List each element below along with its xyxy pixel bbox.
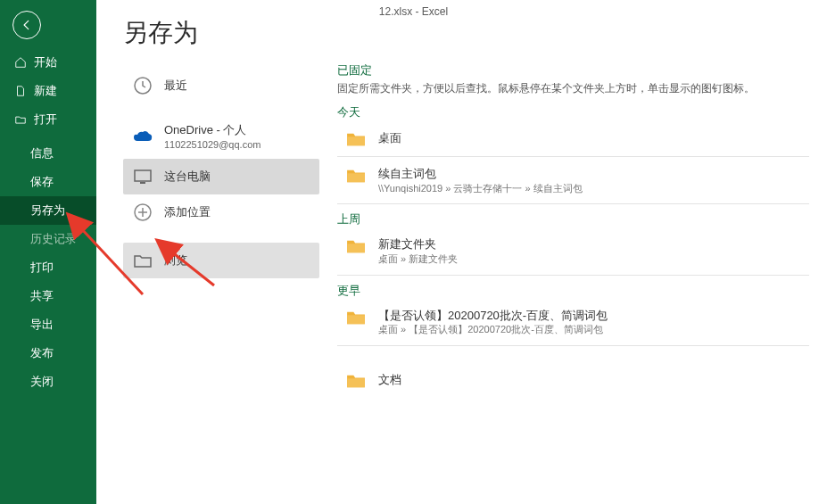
sidebar-item-label: 共享 [30,288,54,304]
new-file-icon [14,85,27,97]
svg-rect-7 [347,173,365,182]
sidebar-item-info[interactable]: 信息 [0,139,96,168]
location-onedrive[interactable]: OneDrive - 个人 1102251029@qq.com [123,116,319,159]
sidebar-item-new[interactable]: 新建 [0,77,96,105]
folder-name: 新建文件夹 [378,236,458,252]
folder-icon [346,131,366,147]
sidebar-item-open[interactable]: 打开 [0,105,96,134]
folder-icon [346,310,366,326]
sidebar-item-print[interactable]: 打印 [0,253,96,282]
folder-name: 【是否认领】20200720批次-百度、简调词包 [378,308,608,324]
location-label: 添加位置 [164,204,211,220]
sidebar-item-label: 导出 [30,317,54,333]
sidebar-item-label: 关闭 [30,374,54,390]
sidebar-item-home[interactable]: 开始 [0,48,96,77]
sidebar-item-saveas[interactable]: 另存为 [0,196,96,225]
section-header-earlier: 更早 [337,283,809,299]
sidebar-item-label: 打开 [34,112,57,128]
divider [337,275,809,276]
svg-rect-9 [347,244,365,253]
arrow-left-icon [21,19,33,31]
sidebar-item-label: 发布 [30,345,54,361]
svg-rect-5 [347,136,365,145]
browse-folder-icon [132,250,153,271]
sidebar-item-label: 开始 [34,54,57,70]
svg-rect-13 [347,378,365,387]
folder-icon [346,373,366,389]
folder-icon [346,238,366,254]
folder-row[interactable]: 桌面 [337,124,809,153]
folder-name: 桌面 [378,130,401,146]
back-button[interactable] [12,11,41,39]
sidebar-item-close[interactable]: 关闭 [0,368,96,396]
sidebar-item-export[interactable]: 导出 [0,310,96,339]
location-sub: 1102251029@qq.com [164,138,261,151]
folder-path: 桌面 » 【是否认领】20200720批次-百度、简调词包 [378,323,608,336]
folder-row[interactable]: 文档 [337,366,809,394]
home-icon [14,56,27,69]
location-label: 浏览 [164,252,187,269]
sidebar-item-label: 历史记录 [30,231,77,247]
folder-icon [346,168,366,184]
sidebar-item-label: 保存 [30,174,54,190]
folder-path: 桌面 » 新建文件夹 [378,252,458,266]
divider [337,156,809,157]
add-location-icon [132,202,153,223]
computer-icon [132,166,153,187]
divider [337,345,809,346]
location-recent[interactable]: 最近 [123,68,319,103]
location-label: 最近 [164,78,187,94]
sidebar-item-history[interactable]: 历史记录 [0,225,96,253]
page-title: 另存为 [123,16,319,50]
clock-icon [132,75,153,96]
sidebar-item-publish[interactable]: 发布 [0,339,96,368]
backstage-sidebar: 开始 新建 打开 信息 保存 另存为 历史记录 打印 [0,0,96,504]
location-addplace[interactable]: 添加位置 [123,194,319,230]
divider [337,203,809,204]
open-folder-icon [14,113,27,126]
section-header-lastweek: 上周 [337,211,809,227]
onedrive-icon [132,127,153,148]
folder-path: \\Yunqishi2019 » 云骑士存储十一 » 续自主词包 [378,182,583,195]
svg-rect-11 [347,315,365,324]
sidebar-item-share[interactable]: 共享 [0,282,96,310]
location-label: OneDrive - 个人 [164,123,261,138]
sidebar-item-label: 信息 [30,145,54,161]
location-label: 这台电脑 [164,169,211,185]
sidebar-item-label: 打印 [30,260,54,276]
location-browse[interactable]: 浏览 [123,243,319,278]
section-header-today: 今天 [337,104,809,120]
location-thispc[interactable]: 这台电脑 [123,159,319,194]
folder-name: 文档 [378,372,401,388]
folder-list-column: 已固定 固定所需文件夹，方便以后查找。鼠标悬停在某个文件夹上方时，单击显示的图钉… [319,0,827,504]
locations-column: 另存为 最近 OneDrive - 个人 1102251029@qq.com 这… [96,0,319,504]
folder-row[interactable]: 【是否认领】20200720批次-百度、简调词包 桌面 » 【是否认领】2020… [337,302,809,342]
sidebar-item-save[interactable]: 保存 [0,168,96,196]
section-header-pinned: 已固定 [337,62,809,78]
sidebar-item-label: 另存为 [30,202,65,219]
svg-rect-2 [140,182,145,184]
sidebar-item-label: 新建 [34,83,57,99]
folder-row[interactable]: 续自主词包 \\Yunqishi2019 » 云骑士存储十一 » 续自主词包 [337,161,809,200]
section-sub-pinned: 固定所需文件夹，方便以后查找。鼠标悬停在某个文件夹上方时，单击显示的图钉图标。 [337,82,809,95]
folder-row[interactable]: 新建文件夹 桌面 » 新建文件夹 [337,231,809,270]
svg-rect-1 [135,170,151,181]
backstage-view: 开始 新建 打开 信息 保存 另存为 历史记录 打印 [0,0,827,504]
folder-name: 续自主词包 [378,166,583,182]
